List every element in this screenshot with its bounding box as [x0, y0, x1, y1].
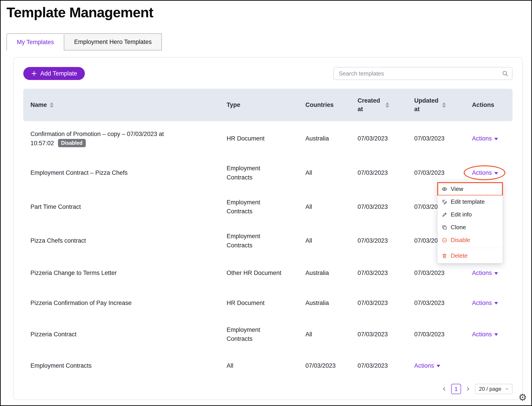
template-countries: Australia — [298, 268, 350, 278]
chevron-left-icon — [442, 386, 447, 392]
menu-divider — [438, 248, 503, 248]
clone-icon — [441, 225, 447, 230]
updated-at: 07/03/2023 — [407, 268, 465, 278]
pagination: 1 20 / page — [440, 384, 512, 395]
template-name: Part Time Contract — [23, 202, 220, 211]
add-template-label: Add Template — [40, 70, 77, 77]
tab-bar: My Templates Employment Hero Templates — [7, 33, 523, 51]
disabled-badge: Disabled — [58, 139, 86, 147]
actions-dropdown-button[interactable]: Actions — [472, 168, 498, 177]
next-page-button[interactable] — [464, 384, 472, 394]
actions-dropdown-button[interactable]: Actions — [414, 361, 440, 370]
column-header-name[interactable]: Name — [23, 102, 220, 109]
template-type: Employment Contracts — [227, 232, 284, 250]
table-row: Confirmation of Promotion – copy – 07/03… — [23, 121, 512, 156]
menu-item-delete[interactable]: Delete — [438, 249, 503, 262]
created-at: 07/03/2023 — [350, 268, 407, 278]
created-at: 07/03/2023 — [350, 134, 407, 143]
chevron-down-icon — [494, 334, 498, 336]
page-size-select[interactable]: 20 / page — [475, 384, 512, 394]
chevron-right-icon — [466, 386, 470, 392]
edit-template-icon — [441, 199, 447, 205]
page-title: Template Management — [7, 4, 523, 20]
template-countries: All — [298, 168, 350, 177]
eye-icon — [441, 186, 447, 192]
chevron-down-icon — [494, 272, 498, 275]
column-header-created-at[interactable]: Created at — [350, 97, 407, 114]
menu-item-view[interactable]: View — [438, 183, 503, 195]
column-header-countries: Countries — [298, 102, 350, 109]
chevron-down-icon — [437, 365, 440, 367]
tab-employment-hero-templates[interactable]: Employment Hero Templates — [64, 33, 162, 51]
actions-dropdown-button[interactable]: Actions — [472, 298, 498, 308]
created-at: 07/03/2023 — [350, 298, 407, 308]
chevron-down-icon — [505, 387, 509, 391]
sort-icon — [442, 102, 446, 108]
column-header-updated-at[interactable]: Updated at — [407, 97, 465, 114]
template-type: Other HR Document — [227, 268, 281, 278]
menu-item-edit-info[interactable]: Edit info — [438, 208, 503, 221]
tab-label: My Templates — [17, 39, 54, 46]
menu-item-edit-template[interactable]: Edit template — [438, 195, 503, 208]
template-countries: 07/03/2023 — [298, 361, 350, 370]
settings-gear-icon[interactable]: ⚙ — [518, 393, 527, 402]
template-type: Employment Contracts — [227, 164, 284, 182]
app-window: Template Management My Templates Employm… — [0, 0, 532, 406]
created-at: 07/03/2023 — [350, 361, 407, 370]
table-row: Pizzeria Contract Employment Contracts A… — [23, 318, 512, 351]
actions-menu: View Edit template Edit info — [438, 181, 503, 263]
created-at: 07/03/2023 — [350, 202, 407, 211]
disable-icon — [441, 237, 447, 243]
template-type: All — [220, 361, 298, 370]
sort-icon — [50, 102, 54, 108]
template-name: Pizzeria Confirmation of Pay Increase — [23, 298, 220, 308]
tab-my-templates[interactable]: My Templates — [7, 33, 64, 51]
template-name: Pizza Chefs contract — [23, 236, 220, 245]
page-size-value: 20 / page — [479, 386, 501, 392]
column-header-type: Type — [220, 102, 298, 109]
column-header-actions: Actions — [465, 102, 512, 109]
add-template-button[interactable]: Add Template — [23, 67, 85, 80]
actions-dropdown-button[interactable]: Actions — [472, 134, 498, 143]
created-at: 07/03/2023 — [350, 236, 407, 245]
template-name: Confirmation of Promotion – copy – 07/03… — [30, 131, 164, 146]
updated-at: 07/03/2023 — [407, 168, 465, 177]
template-type: Employment Contracts — [227, 325, 284, 343]
plus-icon — [31, 70, 37, 77]
table-header: Name Type Countries Created at Updated a… — [23, 89, 512, 121]
created-at: 07/03/2023 — [350, 330, 407, 339]
updated-at: 07/03/2023 — [407, 330, 465, 339]
template-name: Employment Contracts — [23, 361, 220, 370]
table-row: Pizzeria Confirmation of Pay Increase HR… — [23, 288, 512, 318]
tab-label: Employment Hero Templates — [74, 38, 152, 45]
edit-info-icon — [441, 212, 447, 218]
created-at: 07/03/2023 — [350, 168, 407, 177]
page-number-button[interactable]: 1 — [451, 384, 461, 394]
menu-item-disable[interactable]: Disable — [438, 234, 503, 246]
trash-icon — [441, 253, 447, 259]
search-box — [333, 67, 512, 80]
template-countries: All — [298, 236, 350, 245]
search-icon[interactable] — [502, 70, 509, 77]
template-countries: All — [298, 330, 350, 339]
template-type: HR Document — [227, 134, 265, 143]
template-type: HR Document — [227, 298, 265, 308]
template-countries: Australia — [298, 134, 350, 143]
template-countries: All — [298, 202, 350, 211]
updated-at: 07/03/2023 — [407, 134, 465, 143]
actions-dropdown-button[interactable]: Actions — [472, 330, 498, 339]
previous-page-button[interactable] — [440, 384, 448, 394]
template-type: Employment Contracts — [227, 198, 284, 216]
template-name: Pizzeria Contract — [23, 330, 220, 339]
search-input[interactable] — [333, 67, 512, 80]
sort-icon — [386, 102, 389, 108]
template-name: Pizzeria Change to Terms Letter — [23, 268, 220, 278]
table-row: Employment Contracts All 07/03/2023 07/0… — [23, 351, 512, 380]
template-name: Employment Contract – Pizza Chefs — [23, 168, 220, 177]
updated-at: 07/03/2023 — [407, 298, 465, 308]
menu-item-clone[interactable]: Clone — [438, 221, 503, 234]
chevron-down-icon — [494, 138, 498, 140]
chevron-down-icon — [494, 172, 498, 174]
actions-dropdown-button[interactable]: Actions — [472, 268, 498, 278]
toolbar: Add Template — [23, 67, 512, 80]
